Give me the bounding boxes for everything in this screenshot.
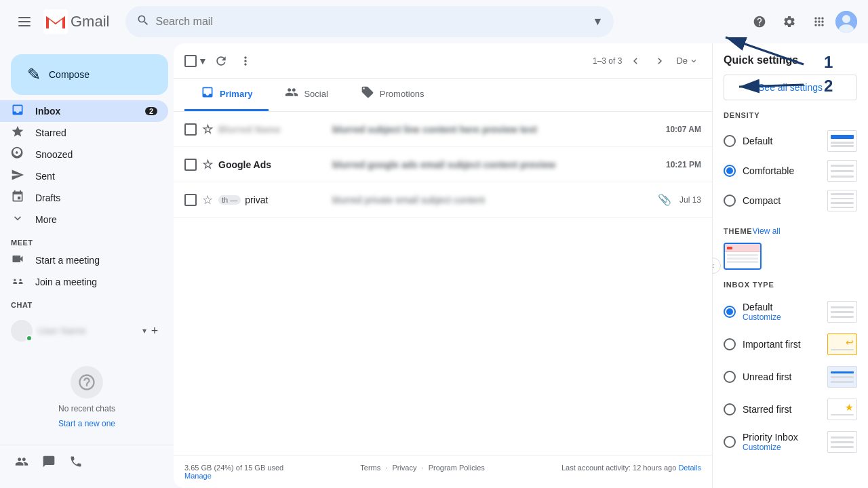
theme-preview-top [725,244,760,252]
inbox-radio-default[interactable] [724,306,736,318]
density-radio-compact[interactable] [724,195,736,207]
sidebar-item-more[interactable]: More [0,209,168,230]
theme-preview-item[interactable] [724,243,762,270]
privacy-link[interactable]: Privacy [392,464,416,472]
email-checkbox-3[interactable] [184,194,197,206]
email-subject-1: blurred subject line content here previe… [332,124,660,135]
inbox-option-unread-first[interactable]: Unread first [724,361,857,393]
start-new-chat-link[interactable]: Start a new one [58,419,115,428]
table-row[interactable]: ☆ Google Ads blurred google ads email su… [174,147,712,182]
sidebar-item-starred[interactable]: Starred [0,122,168,144]
inbox-radio-important-first[interactable] [724,338,736,350]
tab-social[interactable]: Social [269,79,344,111]
chat-bubble-icon-button[interactable] [38,451,60,472]
phone-icon-button[interactable] [65,451,87,472]
svg-rect-1 [18,21,31,22]
density-option-compact[interactable]: Compact [724,186,857,216]
inbox-option-starred-first[interactable]: Starred first ★ [724,393,857,426]
inbox-radio-priority-inbox[interactable] [724,436,736,448]
add-chat-button[interactable]: + [146,323,163,339]
drafts-label: Drafts [35,192,157,203]
search-input[interactable] [155,16,587,28]
settings-button[interactable] [776,8,803,35]
email-star-1[interactable]: ☆ [202,122,213,137]
compose-button[interactable]: ✎ Compose [11,54,168,95]
email-star-2[interactable]: ☆ [202,157,213,172]
density-preview-comfortable [827,160,857,182]
help-button[interactable] [746,8,773,35]
manage-storage-link[interactable]: Manage [184,472,212,480]
hamburger-button[interactable] [11,8,38,35]
start-meeting-label: Start a meeting [35,255,157,266]
inbox-option-unread-first-content: Unread first [743,371,821,382]
email-time-1: 10:07 AM [666,125,701,134]
sent-icon [11,168,24,185]
chat-section: User Name ▾ + [0,312,174,350]
next-page-button[interactable] [649,50,671,72]
inbox-label-important-first: Important first [743,339,821,350]
people-icon-button[interactable] [11,451,33,472]
chat-user-item[interactable]: User Name ▾ [11,317,146,344]
inbox-radio-unread-first[interactable] [724,371,736,383]
social-tab-label: Social [304,89,328,99]
snoozed-label: Snoozed [35,149,157,160]
sidebar-item-join-meeting[interactable]: Join a meeting [0,271,168,293]
see-all-settings-button[interactable]: See all settings [724,75,857,100]
select-all-checkbox[interactable] [184,55,197,67]
density-option-comfortable[interactable]: Comfortable [724,156,857,186]
select-all-checkbox-area[interactable]: ▼ [184,55,208,67]
search-bar[interactable]: ▼ [125,6,614,37]
inbox-customize-priority[interactable]: Customize [743,443,821,452]
email-star-3[interactable]: ☆ [202,192,213,207]
density-section: DENSITY Default Comfortable [724,111,857,216]
density-section-title: DENSITY [724,111,857,119]
refresh-button[interactable] [210,50,232,72]
density-radio-comfortable[interactable] [724,165,736,177]
tab-primary[interactable]: Primary [184,79,269,111]
svg-rect-2 [18,25,31,26]
storage-text: 3.65 GB (24%) of 15 GB used [184,464,283,472]
table-row[interactable]: ☆ Blurred Name blurred subject line cont… [174,112,712,147]
sidebar-item-start-meeting[interactable]: Start a meeting [0,249,168,271]
density-label-compact: Compact [743,195,821,206]
select-dropdown-icon[interactable]: ▼ [198,56,208,66]
inbox-option-priority-inbox[interactable]: Priority Inbox Customize [724,426,857,458]
program-policies-link[interactable]: Program Policies [429,464,485,472]
panel-collapse-button[interactable]: ‹ [712,258,721,274]
search-options-icon[interactable]: ▼ [593,16,604,28]
inbox-option-default[interactable]: Default Customize [724,296,857,328]
social-tab-icon [285,85,298,102]
density-label-default: Default [743,136,821,146]
inbox-icon [11,103,24,120]
table-row[interactable]: ☆ th — privat blurred private email subj… [174,182,712,218]
email-checkbox-2[interactable] [184,159,197,171]
density-option-default[interactable]: Default [724,126,857,156]
sidebar-item-snoozed[interactable]: Snoozed [0,144,168,165]
main-content: ▼ 1–3 of 3 [174,43,712,488]
inbox-option-important-first[interactable]: Important first ↩ [724,328,857,361]
avatar[interactable] [835,11,857,33]
sidebar-item-drafts[interactable]: Drafts [0,187,168,209]
more-icon [11,211,24,228]
sidebar-item-sent[interactable]: Sent [0,165,168,187]
prev-page-button[interactable] [625,50,646,72]
view-type-label: De [676,56,688,66]
apps-button[interactable] [806,8,833,35]
inbox-radio-starred-first[interactable] [724,403,736,415]
inbox-customize-default[interactable]: Customize [743,312,821,322]
more-options-button[interactable] [235,50,256,72]
inbox-badge: 2 [145,107,157,115]
terms-link[interactable]: Terms [360,464,380,472]
view-options-button[interactable]: De [673,50,701,72]
email-checkbox-1[interactable] [184,123,197,136]
gmail-logo-text: Gmail [71,13,109,30]
theme-preview-accent [727,247,732,249]
tab-promotions[interactable]: Promotions [344,79,441,111]
details-link[interactable]: Details [678,464,701,472]
density-radio-default[interactable] [724,135,736,147]
inbox-option-priority-inbox-content: Priority Inbox Customize [743,432,821,452]
view-all-themes-link[interactable]: View all [753,226,781,236]
email-subject-2: blurred google ads email subject content… [332,159,660,170]
sidebar-item-inbox[interactable]: Inbox 2 [0,100,168,122]
no-chats-section: No recent chats Start a new one [0,350,174,445]
